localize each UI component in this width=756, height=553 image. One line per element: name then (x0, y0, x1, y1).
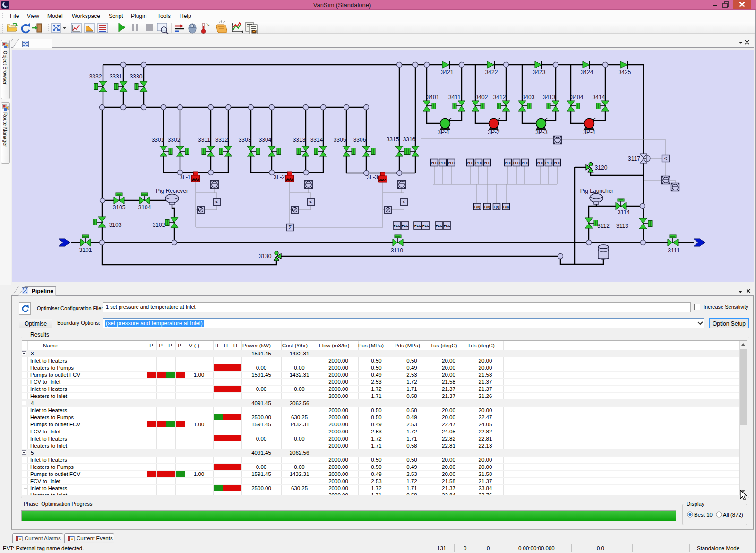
svg-text:3315: 3315 (387, 136, 399, 143)
svg-text:3423: 3423 (533, 69, 546, 76)
svg-text:3413: 3413 (543, 94, 556, 101)
svg-text:3316: 3316 (403, 136, 416, 143)
svg-text:3301: 3301 (152, 137, 164, 143)
svg-text:3332: 3332 (89, 73, 102, 80)
svg-text:PLC: PLC (513, 161, 520, 164)
svg-text:<: < (664, 156, 667, 161)
svg-text:Σ: Σ (289, 225, 292, 230)
svg-text:PLC: PLC (431, 161, 438, 164)
svg-text:3306: 3306 (353, 137, 366, 143)
svg-text:F(x): F(x) (503, 205, 509, 209)
svg-text:3331: 3331 (110, 73, 122, 80)
svg-text:3P-3: 3P-3 (535, 129, 548, 136)
svg-text:3424: 3424 (581, 69, 593, 76)
svg-text:3421: 3421 (441, 69, 454, 76)
svg-text:3130: 3130 (259, 253, 272, 259)
svg-text:<: < (309, 199, 312, 205)
svg-text:3103: 3103 (109, 222, 122, 228)
svg-text:3105: 3105 (113, 204, 126, 211)
svg-text:PLC: PLC (402, 224, 408, 227)
svg-text:3411: 3411 (448, 94, 461, 101)
svg-text:PLC: PLC (394, 224, 400, 227)
svg-text:PLC: PLC (444, 224, 450, 227)
svg-text:3401: 3401 (427, 94, 439, 101)
svg-text:3120: 3120 (595, 164, 608, 171)
svg-text:3L-1: 3L-1 (180, 174, 191, 181)
svg-text:3102: 3102 (153, 222, 165, 228)
svg-text:F(x): F(x) (484, 205, 490, 209)
svg-text:3304: 3304 (259, 137, 272, 143)
svg-text:Pig Launcher: Pig Launcher (580, 188, 614, 194)
svg-text:3L-3: 3L-3 (367, 174, 378, 181)
svg-text:PLC: PLC (475, 161, 482, 164)
svg-text:3311: 3311 (198, 137, 210, 143)
svg-text:PLC: PLC (505, 161, 511, 164)
svg-text:PLC: PLC (467, 161, 473, 164)
svg-text:3112: 3112 (597, 223, 610, 229)
svg-text:F(x): F(x) (474, 205, 480, 209)
svg-text:3422: 3422 (485, 69, 498, 76)
svg-text:PLC: PLC (484, 161, 490, 164)
svg-text:PLC: PLC (422, 224, 429, 227)
svg-text:3101: 3101 (79, 247, 92, 253)
svg-text:3303: 3303 (239, 137, 251, 143)
svg-text:3P-1: 3P-1 (438, 129, 450, 136)
svg-text:3117: 3117 (628, 156, 640, 162)
svg-text:3425: 3425 (619, 69, 631, 76)
svg-text:3110: 3110 (391, 247, 403, 254)
svg-text:3114: 3114 (618, 209, 630, 216)
svg-text:3402: 3402 (475, 94, 488, 101)
svg-text:PLC: PLC (554, 161, 560, 164)
svg-text:3313: 3313 (293, 137, 306, 143)
svg-text:Pig Reciever: Pig Reciever (156, 188, 188, 194)
svg-text:3104: 3104 (138, 204, 151, 211)
svg-text:<: < (403, 199, 405, 205)
svg-text:3312: 3312 (215, 137, 228, 143)
svg-text:3302: 3302 (168, 137, 180, 143)
svg-text:3P-4: 3P-4 (583, 129, 595, 136)
svg-text:3404: 3404 (571, 94, 584, 101)
svg-text:3113: 3113 (616, 223, 628, 229)
svg-text:<: < (215, 199, 218, 205)
svg-text:PLC: PLC (537, 161, 543, 164)
svg-text:PLC: PLC (436, 224, 442, 227)
svg-text:PLC: PLC (414, 224, 421, 227)
svg-text:3P-2: 3P-2 (488, 129, 500, 136)
svg-text:3111: 3111 (668, 247, 680, 254)
svg-text:3L-2: 3L-2 (274, 174, 285, 181)
svg-text:3403: 3403 (522, 94, 535, 101)
svg-text:PLC: PLC (439, 161, 446, 164)
svg-text:3330: 3330 (130, 73, 143, 80)
svg-text:PLC: PLC (545, 161, 552, 164)
svg-text:3305: 3305 (334, 137, 346, 143)
svg-text:F(x): F(x) (494, 205, 499, 209)
svg-text:3314: 3314 (310, 137, 323, 143)
svg-text:3414: 3414 (593, 94, 605, 101)
svg-text:3412: 3412 (493, 94, 506, 101)
svg-text:PLC: PLC (522, 161, 528, 164)
svg-text:PLC: PLC (448, 161, 455, 164)
